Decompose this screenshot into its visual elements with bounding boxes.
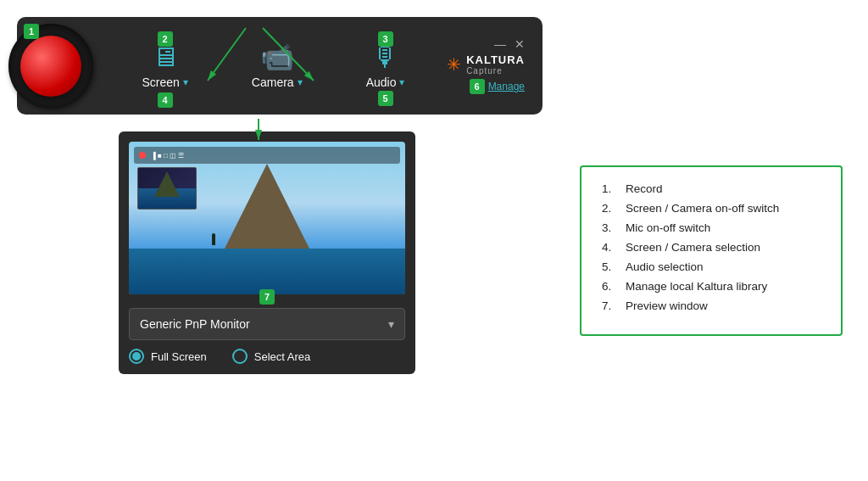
monitor-label: Generic PnP Monitor xyxy=(140,317,250,331)
toolbar-controls: 2 🖥 Screen ▾ 4 📹 Camera ▾ 3 🎙 xyxy=(110,43,437,89)
select-area-label: Select Area xyxy=(254,350,311,363)
camera-control-group: 📹 Camera ▾ xyxy=(252,43,303,89)
select-area-radio-circle xyxy=(232,349,248,364)
main-container: 1 2 🖥 Screen ▾ 4 📹 Camera xyxy=(0,0,868,481)
legend-text-2: Screen / Camera on-off switch xyxy=(626,202,779,215)
monitor-select[interactable]: Generic PnP Monitor ▾ xyxy=(129,308,405,340)
rock-formation xyxy=(225,164,309,249)
legend-box: 1.Record2.Screen / Camera on-off switch3… xyxy=(580,165,843,336)
legend-item-5: 5.Audio selection xyxy=(602,260,821,273)
legend-item-1: 1.Record xyxy=(602,182,821,195)
legend-num-5: 5. xyxy=(602,260,619,273)
radio-row: Full Screen Select Area xyxy=(129,349,405,364)
badge-screen-sel: 4 xyxy=(158,92,173,108)
kaltura-sub: Capture xyxy=(466,66,525,76)
screen-label: Screen xyxy=(142,76,180,89)
kaltura-text: KALTURA Capture xyxy=(466,54,525,76)
screen-control-group: 2 🖥 Screen ▾ 4 xyxy=(142,43,188,89)
badge-audio-sel: 5 xyxy=(378,91,393,106)
legend-item-3: 3.Mic on-off switch xyxy=(602,221,821,234)
camera-icon: 📹 xyxy=(260,43,294,70)
audio-control-group: 3 🎙 Audio ▾ 5 xyxy=(366,43,405,89)
legend-num-1: 1. xyxy=(602,182,619,195)
camera-label-row[interactable]: Camera ▾ xyxy=(252,76,303,89)
rec-dot-icon xyxy=(139,152,146,159)
preview-window: ▐ ■ □ ◫ ☰ xyxy=(129,142,405,294)
legend-num-3: 3. xyxy=(602,221,619,234)
dropdown-panel: ▐ ■ □ ◫ ☰ 7 Generic PnP Monitor ▾ Full S… xyxy=(119,131,415,374)
minimize-button[interactable]: — xyxy=(494,37,506,51)
record-button[interactable] xyxy=(20,36,81,97)
mic-icon: 🎙 xyxy=(372,43,399,70)
monitor-chevron-icon: ▾ xyxy=(388,317,394,331)
screen-icon: 🖥 xyxy=(152,43,179,70)
toolbar-right: — ✕ ✳ KALTURA Capture 6 Manage xyxy=(437,31,530,101)
preview-toolbar-overlay: ▐ ■ □ ◫ ☰ xyxy=(134,147,400,164)
badge-screen-camera: 2 xyxy=(158,31,173,47)
legend-num-2: 2. xyxy=(602,202,619,215)
camera-chevron: ▾ xyxy=(298,76,303,88)
mini-controls: ▐ ■ □ ◫ ☰ xyxy=(151,152,184,159)
legend-text-6: Manage local Kaltura library xyxy=(626,280,767,293)
badge-record: 1 xyxy=(24,24,39,39)
legend-item-4: 4.Screen / Camera selection xyxy=(602,241,821,254)
select-area-radio[interactable]: Select Area xyxy=(232,349,311,364)
audio-label-row[interactable]: Audio ▾ xyxy=(366,76,405,89)
person-silhouette xyxy=(212,233,215,245)
screen-chevron: ▾ xyxy=(183,76,188,88)
preview-wrapper: ▐ ■ □ ◫ ☰ 7 xyxy=(129,142,405,294)
legend-text-4: Screen / Camera selection xyxy=(626,241,760,254)
badge-manage: 6 xyxy=(470,79,485,94)
kaltura-logo: ✳ KALTURA Capture xyxy=(447,54,525,76)
toolbar: 1 2 🖥 Screen ▾ 4 📹 Camera xyxy=(17,17,542,115)
badge-mic: 3 xyxy=(378,31,393,47)
legend-text-5: Audio selection xyxy=(626,260,704,273)
camera-label: Camera xyxy=(252,76,294,89)
legend-text-7: Preview window xyxy=(626,299,708,312)
win-controls: — ✕ xyxy=(494,37,525,51)
water-area xyxy=(129,249,405,294)
legend-item-6: 6.Manage local Kaltura library xyxy=(602,280,821,293)
pip-preview xyxy=(137,167,197,210)
manage-link[interactable]: Manage xyxy=(488,81,525,92)
legend-text-1: Record xyxy=(626,182,663,195)
record-btn-wrapper: 1 xyxy=(17,17,110,115)
full-screen-label: Full Screen xyxy=(151,350,207,363)
record-outer xyxy=(8,24,93,109)
legend-num-7: 7. xyxy=(602,299,619,312)
legend-num-4: 4. xyxy=(602,241,619,254)
full-screen-radio[interactable]: Full Screen xyxy=(129,349,207,364)
legend-item-7: 7.Preview window xyxy=(602,299,821,312)
screen-label-row[interactable]: Screen ▾ xyxy=(142,76,188,89)
badge-preview: 7 xyxy=(259,289,275,305)
close-button[interactable]: ✕ xyxy=(515,37,525,51)
audio-chevron: ▾ xyxy=(399,76,404,88)
full-screen-radio-circle xyxy=(129,349,144,364)
legend-items-container: 1.Record2.Screen / Camera on-off switch3… xyxy=(602,182,821,312)
legend-num-6: 6. xyxy=(602,280,619,293)
legend-item-2: 2.Screen / Camera on-off switch xyxy=(602,202,821,215)
kaltura-star-icon: ✳ xyxy=(447,54,461,75)
kaltura-name: KALTURA xyxy=(466,54,525,66)
audio-label: Audio xyxy=(366,76,397,89)
legend-text-3: Mic on-off switch xyxy=(626,221,710,234)
